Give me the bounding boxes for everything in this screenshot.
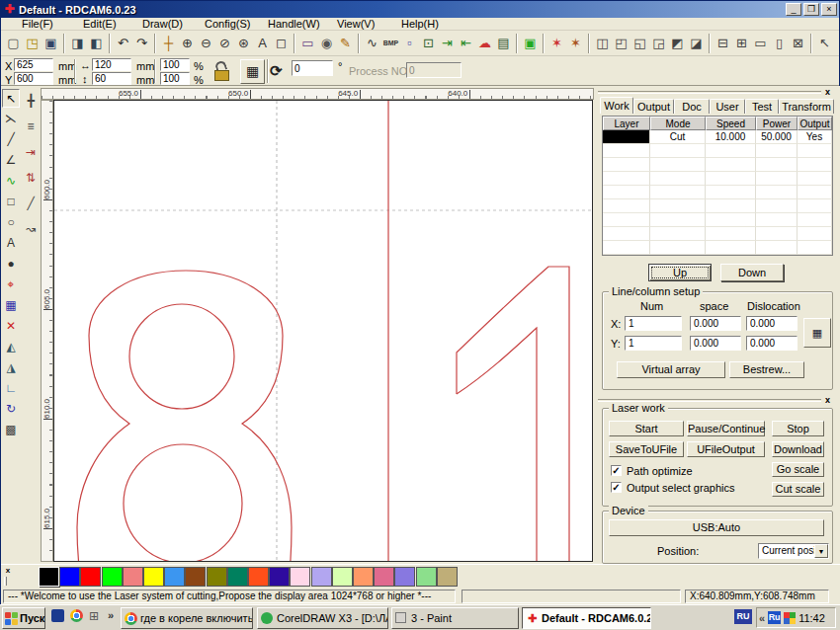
x-space-input[interactable] — [690, 316, 741, 331]
tray-ru-icon[interactable]: Ru — [768, 611, 781, 624]
open-icon[interactable]: ◳ — [23, 33, 42, 53]
y-space-input[interactable] — [690, 336, 741, 351]
bestrew-button[interactable]: Bestrew... — [729, 361, 804, 378]
import-icon[interactable]: ◨ — [68, 33, 87, 53]
layer-down-button[interactable]: Down — [720, 264, 784, 281]
palette-color-0000ff[interactable] — [59, 567, 80, 587]
zoom-extents-icon[interactable]: ⊛ — [234, 33, 253, 53]
drawing-canvas[interactable] — [53, 100, 593, 562]
pen-edit-icon[interactable]: ✎ — [336, 33, 355, 53]
layer-color-cell[interactable] — [603, 130, 650, 144]
node-icon[interactable]: ⊡ — [419, 33, 438, 53]
node-edit-tool[interactable]: ⋋ — [2, 110, 20, 128]
zoom-in-icon[interactable]: ⊕ — [178, 33, 197, 53]
bmp-icon[interactable]: BMP — [381, 33, 400, 53]
palette-color-ffff00[interactable] — [143, 567, 164, 587]
cloud-icon[interactable]: ☁ — [475, 33, 494, 53]
swap-tool[interactable]: ⇅ — [22, 166, 40, 190]
delete-tool[interactable]: ✕ — [2, 317, 20, 336]
ufile-output-button[interactable]: UFileOutput — [687, 441, 765, 457]
download-button[interactable]: Download — [772, 441, 824, 457]
palette-color-000000[interactable] — [39, 567, 59, 587]
matrix-tool[interactable]: ▦ — [2, 296, 20, 315]
text-tool[interactable]: A — [2, 234, 20, 253]
layer-value-cell[interactable]: Yes — [798, 130, 832, 144]
undo-icon[interactable]: ↶ — [114, 33, 132, 53]
quick-launch-calculator-icon[interactable]: ⊞ — [89, 609, 104, 625]
aspect-lock-icon[interactable] — [212, 59, 234, 84]
palette-color-ffd7e8[interactable] — [290, 567, 310, 587]
tab-doc[interactable]: Doc — [674, 99, 710, 114]
usb-auto-button[interactable]: USB:Auto — [609, 519, 824, 536]
size-b-icon[interactable]: ▯ — [770, 33, 789, 53]
palette-color-bfae78[interactable] — [437, 567, 458, 587]
select-tool[interactable]: ↖ — [2, 89, 20, 108]
palette-color-b2a6f0[interactable] — [311, 567, 332, 587]
laser-position-tool[interactable]: ⌖ — [2, 276, 20, 294]
mirror-horizontal-tool[interactable]: ◮ — [2, 358, 20, 377]
taskbar-corel-task[interactable]: CorelDRAW X3 - [D:\ЛАЗ... — [257, 607, 388, 629]
y-dislocation-input[interactable] — [746, 336, 798, 351]
mirror-c-icon[interactable]: ◩ — [668, 33, 687, 53]
tab-user[interactable]: User — [710, 99, 745, 114]
tab-work[interactable]: Work — [600, 97, 633, 114]
virtual-array-button[interactable]: Virtual array — [617, 361, 725, 378]
edit-curve-tool[interactable]: ↝ — [22, 217, 40, 241]
align-left-icon[interactable]: ⇥ — [438, 33, 457, 53]
zoom-out-icon[interactable]: ⊖ — [197, 33, 215, 53]
title-bar[interactable]: ✚ Default - RDCAM6.0.23 _ ❐ × — [1, 1, 839, 18]
set-datum-tool[interactable]: ∟ — [2, 379, 20, 398]
layer-value-cell[interactable]: 50.000 — [756, 130, 798, 144]
start-button[interactable]: Пуск — [2, 607, 45, 629]
ellipse-tool[interactable]: ○ — [2, 213, 20, 232]
zoom-window-icon[interactable]: ◻ — [272, 33, 291, 53]
curve-tool[interactable]: ∿ — [2, 172, 20, 191]
x-dislocation-input[interactable] — [746, 316, 798, 331]
view-all-icon[interactable]: A — [253, 33, 272, 53]
menu-handle[interactable]: Handle(W) — [265, 18, 323, 31]
menu-config[interactable]: Config(S) — [202, 18, 253, 31]
laser-panel-close-icon[interactable]: x — [822, 395, 833, 406]
redo-icon[interactable]: ↷ — [132, 33, 151, 53]
tab-transform[interactable]: Transform — [779, 99, 834, 114]
tray-collapse-icon[interactable]: « — [759, 612, 765, 624]
same-width-icon[interactable]: ⊟ — [714, 33, 732, 53]
new-icon[interactable]: ▢ — [4, 33, 23, 53]
taskbar-rdcam-task[interactable]: ✚Default - RDCAM6.0.23 — [522, 607, 651, 629]
line-tool[interactable]: ╱ — [2, 130, 20, 149]
save-to-ufile-button[interactable]: SaveToUFile — [609, 441, 684, 457]
palette-color-d8ffb0[interactable] — [332, 567, 353, 587]
palette-grip[interactable] — [4, 577, 7, 586]
language-indicator[interactable]: RU — [734, 609, 752, 624]
palette-color-f08080[interactable] — [123, 567, 143, 587]
digit-8-outline[interactable] — [77, 271, 292, 561]
palette-color-ff9966[interactable] — [353, 567, 374, 587]
x-position-input[interactable] — [14, 58, 53, 71]
tray-app-icon[interactable] — [784, 612, 796, 624]
menu-view[interactable]: View(V) — [334, 18, 378, 31]
laser-burst-1-icon[interactable]: ✶ — [547, 33, 566, 53]
restore-button[interactable]: ❐ — [803, 3, 819, 16]
zoom-previous-icon[interactable]: ⊘ — [215, 33, 234, 53]
array-copy-tool[interactable]: ▩ — [2, 421, 20, 439]
mirror-a-icon[interactable]: ◱ — [630, 33, 649, 53]
palette-color-2e0b9e[interactable] — [269, 567, 290, 587]
quick-launch-chrome-icon[interactable] — [70, 609, 85, 625]
go-scale-button[interactable]: Go scale — [772, 462, 824, 477]
layer-value-cell[interactable]: 10.000 — [706, 130, 756, 144]
mirror-vertical-tool[interactable]: ◭ — [2, 338, 20, 356]
close-button[interactable]: × — [821, 3, 837, 16]
path-optimize-checkbox[interactable]: ✓ — [611, 465, 622, 476]
same-height-icon[interactable]: ⊞ — [732, 33, 751, 53]
measure-b-icon[interactable]: ↗ — [834, 33, 840, 53]
menu-edit[interactable]: Edit(E) — [80, 18, 120, 31]
palette-close-icon[interactable]: x — [3, 566, 13, 576]
cut-scale-button[interactable]: Cut scale — [772, 482, 824, 497]
taskbar-paint-task[interactable]: 3 - Paint — [391, 607, 519, 629]
measure-a-icon[interactable]: ↖ — [815, 33, 834, 53]
laser-burst-2-icon[interactable]: ✶ — [566, 33, 585, 53]
dock-grip[interactable] — [598, 91, 821, 94]
menu-help[interactable]: Help(H) — [398, 18, 442, 31]
curve-icon[interactable]: ∿ — [363, 33, 381, 53]
align-right-icon[interactable]: ⇤ — [457, 33, 475, 53]
